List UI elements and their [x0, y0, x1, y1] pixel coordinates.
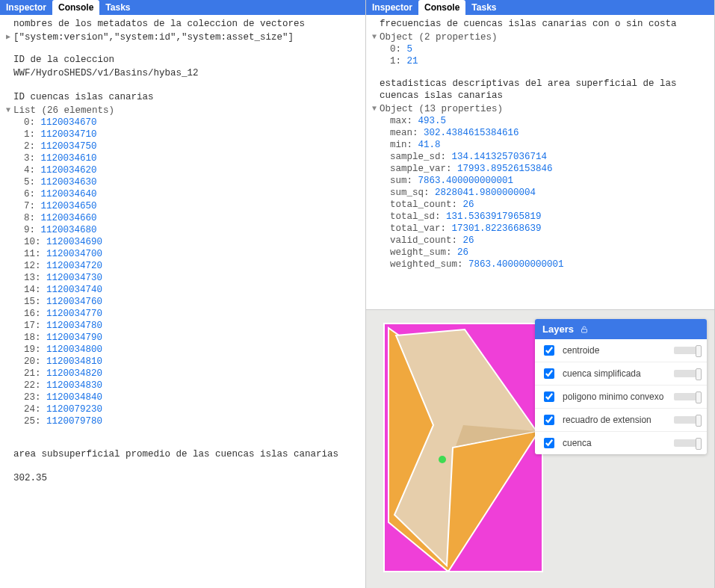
caret-right-icon[interactable]: ▶: [6, 31, 13, 43]
list-value: 1120079780: [46, 416, 102, 427]
list-item[interactable]: 11: 1120034700: [24, 248, 365, 260]
caret-down-icon[interactable]: ▼: [6, 105, 13, 117]
kv-row[interactable]: sample_var: 17993.89526153846: [369, 163, 714, 175]
layer-checkbox[interactable]: [544, 392, 554, 402]
list-index: 16:: [24, 309, 46, 319]
list-value: 1120034840: [46, 392, 102, 403]
kv-value: 21: [407, 56, 418, 66]
layer-checkbox[interactable]: [544, 438, 554, 448]
list-items: 0: 11200346701: 11200347102: 11200347503…: [3, 117, 365, 427]
kv-row[interactable]: weight_sum: 26: [369, 247, 714, 259]
list-item[interactable]: 1: 1120034710: [24, 129, 365, 140]
kv-row[interactable]: sample_sd: 134.1413257036714: [369, 151, 714, 163]
list-item[interactable]: 8: 1120034660: [24, 212, 365, 224]
tab-bar-left: Inspector Console Tasks: [0, 0, 365, 15]
tab-tasks[interactable]: Tasks: [99, 0, 136, 15]
list-item[interactable]: 21: 1120034820: [24, 368, 365, 380]
tree-node-expanded[interactable]: ▼ Object (2 properties): [369, 31, 714, 43]
opacity-slider[interactable]: [674, 370, 701, 377]
console-right[interactable]: frecuencias de cuencas islas canarias co…: [366, 15, 714, 273]
list-index: 3:: [24, 153, 41, 164]
opacity-slider[interactable]: [674, 393, 701, 400]
kv-row[interactable]: total_count: 26: [369, 199, 714, 211]
list-index: 13:: [24, 273, 46, 283]
layer-name[interactable]: cuenca: [563, 438, 668, 448]
list-item[interactable]: 20: 1120034810: [24, 356, 365, 368]
kv-row[interactable]: max: 493.5: [369, 115, 714, 127]
list-item[interactable]: 15: 1120034760: [24, 296, 365, 308]
opacity-slider[interactable]: [674, 416, 701, 424]
list-index: 0:: [24, 117, 41, 128]
tree-node-expanded[interactable]: ▼ List (26 elements): [3, 105, 365, 117]
list-value: 1120034800: [46, 344, 102, 355]
kv-row[interactable]: min: 41.8: [369, 139, 714, 151]
kv-row[interactable]: mean: 302.4384615384616: [369, 127, 714, 139]
tree-node-expanded[interactable]: ▼ Object (13 properties): [369, 103, 714, 115]
layer-checkbox[interactable]: [544, 345, 554, 356]
list-item[interactable]: 16: 1120034770: [24, 308, 365, 320]
kv-row[interactable]: valid_count: 26: [369, 235, 714, 247]
kv-key: valid_count:: [390, 235, 463, 246]
list-value: 1120034640: [41, 189, 97, 199]
layer-row: centroide: [535, 339, 707, 362]
list-value: 1120034830: [46, 380, 102, 391]
layers-header[interactable]: Layers: [535, 319, 707, 339]
kv-row[interactable]: sum_sq: 2828041.9800000004: [369, 187, 714, 199]
layer-name[interactable]: cuenca simplificada: [563, 368, 668, 379]
list-item[interactable]: 24: 1120079230: [24, 403, 365, 415]
tree-node-collapsed[interactable]: ▶ ["system:version","system:id","system:…: [3, 31, 365, 43]
caret-down-icon[interactable]: ▼: [372, 103, 380, 115]
tab-inspector[interactable]: Inspector: [0, 0, 52, 15]
list-index: 10:: [24, 237, 46, 247]
list-item[interactable]: 5: 1120034630: [24, 176, 365, 188]
list-item[interactable]: 2: 1120034750: [24, 140, 365, 152]
list-item[interactable]: 18: 1120034790: [24, 332, 365, 344]
kv-value: 26: [463, 235, 474, 246]
tab-tasks[interactable]: Tasks: [465, 0, 502, 15]
layer-name[interactable]: centroide: [563, 345, 668, 356]
list-item[interactable]: 4: 1120034620: [24, 164, 365, 176]
tab-console[interactable]: Console: [418, 0, 465, 15]
list-header: List (26 elements): [13, 105, 114, 117]
kv-row[interactable]: 1: 21: [369, 55, 714, 67]
kv-row[interactable]: total_var: 17301.8223668639: [369, 223, 714, 235]
kv-value: 7863.400000000001: [418, 176, 514, 186]
list-index: 21:: [24, 368, 46, 379]
tab-console[interactable]: Console: [52, 0, 99, 15]
console-left[interactable]: nombres de los metadatos de la coleccion…: [0, 15, 365, 588]
list-item[interactable]: 22: 1120034830: [24, 380, 365, 392]
kv-row[interactable]: 0: 5: [369, 43, 714, 55]
list-item[interactable]: 3: 1120034610: [24, 152, 365, 164]
list-item[interactable]: 17: 1120034780: [24, 320, 365, 332]
list-value: 1120034650: [41, 201, 97, 211]
opacity-slider[interactable]: [674, 439, 701, 447]
list-item[interactable]: 6: 1120034640: [24, 188, 365, 200]
list-index: 23:: [24, 392, 46, 403]
layer-checkbox[interactable]: [544, 368, 554, 379]
list-item[interactable]: 0: 1120034670: [24, 117, 365, 129]
list-item[interactable]: 19: 1120034800: [24, 344, 365, 356]
list-index: 11:: [24, 249, 46, 259]
list-value: 1120034740: [46, 285, 102, 295]
tab-inspector[interactable]: Inspector: [366, 0, 418, 15]
map-canvas[interactable]: Layers centroidecuenca simplificadapolig…: [366, 310, 714, 588]
kv-row[interactable]: sum: 7863.400000000001: [369, 175, 714, 187]
kv-key: sum:: [390, 176, 418, 186]
kv-row[interactable]: weighted_sum: 7863.400000000001: [369, 259, 714, 270]
list-item[interactable]: 14: 1120034740: [24, 284, 365, 296]
kv-row[interactable]: total_sd: 131.5363917965819: [369, 211, 714, 223]
list-item[interactable]: 12: 1120034720: [24, 260, 365, 272]
layer-name[interactable]: poligono minimo convexo: [563, 392, 668, 402]
list-item[interactable]: 13: 1120034730: [24, 272, 365, 284]
caret-down-icon[interactable]: ▼: [372, 31, 380, 43]
opacity-slider[interactable]: [674, 347, 701, 354]
list-item[interactable]: 9: 1120034680: [24, 224, 365, 236]
kv-value: 134.1413257036714: [452, 152, 548, 162]
layer-name[interactable]: recuadro de extension: [563, 415, 668, 425]
list-item[interactable]: 25: 1120079780: [24, 415, 365, 427]
layer-checkbox[interactable]: [544, 415, 554, 425]
list-item[interactable]: 23: 1120034840: [24, 392, 365, 403]
lock-icon[interactable]: [580, 325, 589, 334]
list-item[interactable]: 7: 1120034650: [24, 200, 365, 212]
list-item[interactable]: 10: 1120034690: [24, 236, 365, 248]
